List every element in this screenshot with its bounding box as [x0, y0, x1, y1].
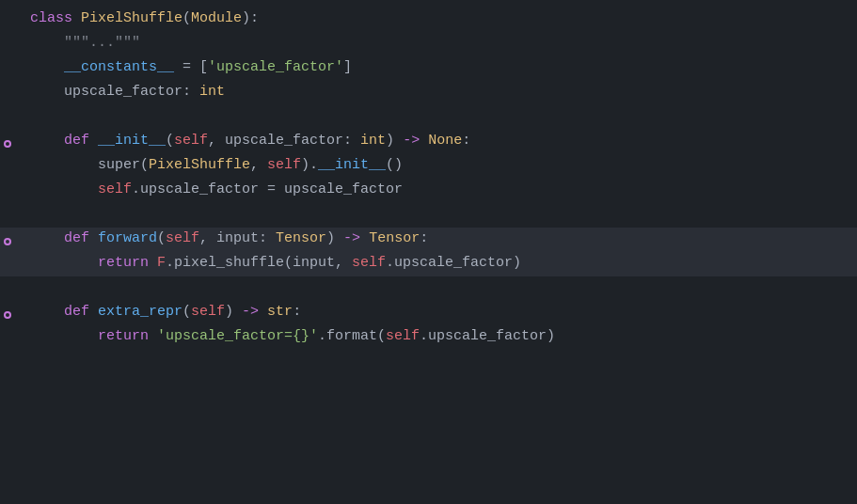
code-line [0, 105, 857, 130]
code-token: .pixel_shuffle(input, [166, 255, 352, 271]
code-line: __constants__ = ['upscale_factor'] [0, 56, 857, 81]
breakpoint-dot[interactable] [4, 140, 11, 148]
code-token: def [64, 304, 98, 320]
code-token: : [420, 230, 428, 246]
code-token: __constants__ [64, 59, 174, 75]
code-token: ( [183, 304, 191, 320]
code-token: 'upscale_factor' [208, 59, 343, 75]
code-token: ( [157, 230, 166, 246]
code-token: None [428, 133, 462, 149]
code-token: = [ [174, 59, 208, 75]
code-token: """ [64, 35, 89, 51]
code-editor: class PixelShuffle(Module):"""..."""__co… [0, 0, 857, 504]
line-content: def forward(self, input: Tensor) -> Tens… [30, 228, 842, 250]
code-token: ) [326, 230, 343, 246]
code-token: ( [183, 10, 191, 26]
code-token: class [30, 10, 81, 26]
code-line: return F.pixel_shuffle(input, self.upsca… [0, 252, 857, 276]
code-token: : [293, 304, 301, 320]
code-token: self [191, 304, 225, 320]
code-token: Tensor [276, 230, 326, 246]
code-token: str [267, 304, 293, 320]
code-token: , [250, 157, 267, 173]
line-content: """...""" [30, 32, 842, 55]
code-token: forward [98, 230, 157, 246]
code-token: self [386, 328, 420, 344]
code-token: -> [403, 133, 420, 149]
code-line: super(PixelShuffle, self).__init__() [0, 154, 857, 179]
code-token: int [199, 84, 225, 100]
code-token [360, 230, 369, 246]
code-token: return [98, 328, 157, 344]
code-line: def __init__(self, upscale_factor: int) … [0, 130, 857, 154]
code-token: () [386, 157, 403, 173]
code-token: self [267, 157, 301, 173]
code-line [0, 203, 857, 228]
line-content: upscale_factor: int [30, 81, 842, 103]
code-token: __init__ [98, 133, 166, 149]
code-token [420, 133, 428, 149]
code-token: .upscale_factor) [386, 255, 521, 271]
line-content: def __init__(self, upscale_factor: int) … [30, 130, 842, 152]
code-line: def forward(self, input: Tensor) -> Tens… [0, 228, 857, 252]
code-token: self [174, 133, 208, 149]
code-line: upscale_factor: int [0, 81, 857, 105]
code-line: self.upscale_factor = upscale_factor [0, 179, 857, 203]
code-token: PixelShuffle [149, 157, 250, 173]
code-token: int [360, 133, 386, 149]
breakpoint-dot[interactable] [4, 311, 11, 319]
code-token: self [352, 255, 386, 271]
code-token: Tensor [369, 230, 420, 246]
code-token: return [98, 255, 157, 271]
breakpoint-dot[interactable] [4, 238, 11, 245]
code-token: """ [115, 35, 140, 51]
code-token: __init__ [318, 157, 386, 173]
code-token: -> [242, 304, 259, 320]
code-token: upscale_factor: [64, 84, 199, 100]
code-token: self [98, 181, 132, 197]
code-token: extra_repr [98, 304, 183, 320]
line-content: return F.pixel_shuffle(input, self.upsca… [30, 252, 842, 275]
code-token: , upscale_factor: [208, 133, 360, 149]
code-token: ... [89, 35, 115, 51]
code-token: ( [166, 133, 174, 149]
code-token [259, 304, 267, 320]
code-token: -> [343, 230, 360, 246]
line-content: class PixelShuffle(Module): [30, 8, 842, 30]
code-token: ). [301, 157, 318, 173]
code-token: 'upscale_factor={}' [157, 328, 318, 344]
code-token: def [64, 230, 98, 246]
code-token: self [166, 230, 199, 246]
code-token: ): [242, 10, 259, 26]
line-content: super(PixelShuffle, self).__init__() [30, 154, 842, 177]
code-token: PixelShuffle [81, 10, 183, 26]
code-token: super( [98, 157, 149, 173]
line-content: def extra_repr(self) -> str: [30, 301, 842, 323]
code-token: .upscale_factor = upscale_factor [132, 181, 403, 197]
line-content: return 'upscale_factor={}'.format(self.u… [30, 325, 842, 348]
code-token: .format( [318, 328, 386, 344]
code-token: ] [343, 59, 352, 75]
code-line [0, 276, 857, 301]
code-token: , input: [199, 230, 276, 246]
code-token: : [462, 133, 470, 149]
code-token: .upscale_factor) [420, 328, 555, 344]
line-content: self.upscale_factor = upscale_factor [30, 179, 842, 201]
line-content: __constants__ = ['upscale_factor'] [30, 56, 842, 79]
code-token: ) [225, 304, 242, 320]
code-token: Module [191, 10, 242, 26]
code-line: class PixelShuffle(Module): [0, 8, 857, 32]
code-line: return 'upscale_factor={}'.format(self.u… [0, 325, 857, 350]
code-line: """...""" [0, 32, 857, 56]
code-token: def [64, 133, 98, 149]
code-token: ) [386, 133, 403, 149]
code-line: def extra_repr(self) -> str: [0, 301, 857, 325]
code-token: F [157, 255, 166, 271]
